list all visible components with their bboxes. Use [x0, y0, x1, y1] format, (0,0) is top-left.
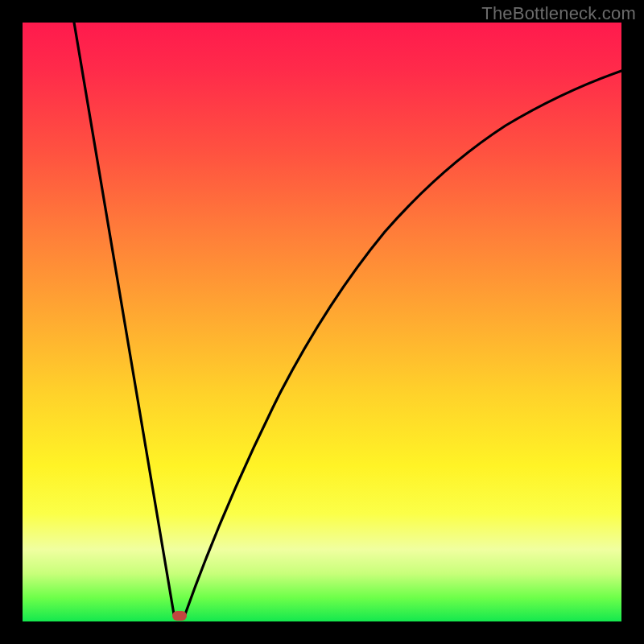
curve-svg — [23, 23, 621, 621]
chart-frame: TheBottleneck.com — [0, 0, 644, 644]
optimal-point-marker — [172, 611, 187, 621]
watermark-text: TheBottleneck.com — [481, 3, 636, 24]
bottleneck-curve — [72, 23, 621, 618]
plot-area — [23, 23, 621, 621]
